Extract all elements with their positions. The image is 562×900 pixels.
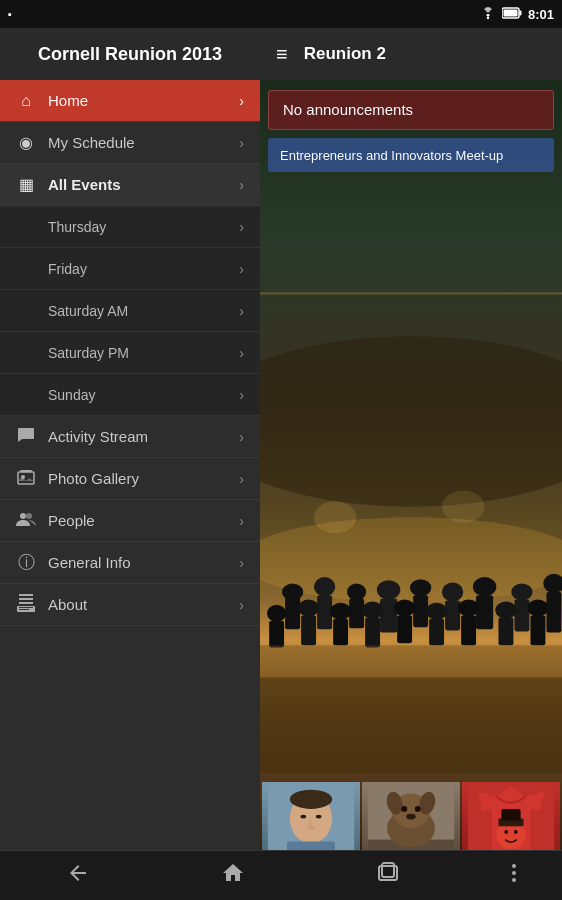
status-time: 8:01: [528, 7, 554, 22]
sidebar-item-thursday[interactable]: Thursday ›: [0, 206, 260, 248]
sidebar-item-saturday-am[interactable]: Saturday AM ›: [0, 290, 260, 332]
svg-point-73: [406, 814, 416, 820]
chat-icon: [16, 427, 36, 447]
svg-rect-26: [380, 598, 397, 632]
svg-rect-48: [429, 619, 444, 646]
more-options-button[interactable]: [511, 861, 517, 890]
svg-rect-38: [269, 621, 284, 648]
svg-rect-50: [461, 615, 476, 645]
sidebar-item-people[interactable]: People ›: [0, 500, 260, 542]
svg-point-41: [330, 603, 351, 620]
svg-rect-52: [498, 618, 513, 646]
sidebar-label-my-schedule: My Schedule: [48, 134, 239, 151]
svg-rect-13: [19, 607, 33, 608]
header-right-title: Reunion 2: [304, 44, 386, 64]
svg-point-0: [487, 17, 489, 19]
sidebar-label-about: About: [48, 596, 239, 613]
svg-point-51: [495, 602, 516, 619]
sidebar-label-sunday: Sunday: [48, 387, 239, 403]
sidebar-item-photo-gallery[interactable]: Photo Gallery ›: [0, 458, 260, 500]
recents-button[interactable]: [356, 853, 420, 899]
sidebar-item-all-events[interactable]: ▦ All Events ›: [0, 164, 260, 206]
status-bar-right: 8:01: [480, 7, 554, 22]
svg-rect-44: [365, 618, 380, 648]
chevron-photo-gallery: ›: [239, 471, 244, 487]
sidebar-label-people: People: [48, 512, 239, 529]
sidebar-item-about[interactable]: About ›: [0, 584, 260, 626]
gallery-icon: [16, 469, 36, 489]
chevron-my-schedule: ›: [239, 135, 244, 151]
svg-point-84: [512, 878, 516, 882]
sidebar-label-saturday-pm: Saturday PM: [48, 345, 239, 361]
svg-point-71: [401, 806, 407, 812]
chevron-saturday-pm: ›: [239, 345, 244, 361]
about-icon: [16, 594, 36, 616]
chevron-friday: ›: [239, 261, 244, 277]
svg-point-82: [512, 864, 516, 868]
svg-rect-46: [397, 615, 412, 643]
svg-rect-40: [301, 615, 316, 645]
svg-point-64: [316, 815, 322, 819]
svg-rect-22: [317, 595, 332, 629]
svg-rect-32: [476, 595, 493, 629]
svg-rect-2: [519, 11, 521, 16]
svg-rect-14: [19, 609, 29, 610]
svg-point-57: [314, 501, 357, 533]
svg-rect-54: [530, 615, 545, 645]
sidebar-item-sunday[interactable]: Sunday ›: [0, 374, 260, 416]
sidebar-item-home[interactable]: ⌂ Home ›: [0, 80, 260, 122]
svg-point-8: [26, 513, 32, 519]
sidebar-item-activity-stream[interactable]: Activity Stream ›: [0, 416, 260, 458]
app-icon: ▪: [8, 8, 12, 20]
svg-point-47: [426, 603, 447, 620]
chevron-sunday: ›: [239, 387, 244, 403]
svg-point-63: [300, 815, 306, 819]
svg-point-83: [512, 871, 516, 875]
chevron-about: ›: [239, 597, 244, 613]
chevron-saturday-am: ›: [239, 303, 244, 319]
svg-point-23: [347, 583, 366, 600]
main-layout: ⌂ Home › ◉ My Schedule › ▦ All Events › …: [0, 80, 562, 880]
svg-rect-36: [546, 592, 561, 633]
svg-rect-30: [445, 601, 460, 631]
svg-rect-11: [19, 602, 33, 604]
calendar-icon: ▦: [16, 175, 36, 194]
svg-rect-9: [19, 594, 33, 596]
chevron-thursday: ›: [239, 219, 244, 235]
battery-icon: [502, 7, 522, 21]
sidebar-item-my-schedule[interactable]: ◉ My Schedule ›: [0, 122, 260, 164]
status-bar: ▪ 8:01: [0, 0, 562, 28]
sidebar-label-thursday: Thursday: [48, 219, 239, 235]
svg-rect-4: [18, 472, 34, 484]
svg-point-49: [458, 599, 479, 616]
hamburger-menu-icon[interactable]: ≡: [276, 43, 288, 66]
svg-rect-42: [333, 619, 348, 646]
svg-point-58: [442, 491, 485, 523]
svg-point-16: [260, 336, 562, 507]
back-button[interactable]: [46, 853, 110, 899]
home-button[interactable]: [201, 853, 265, 899]
sidebar-item-saturday-pm[interactable]: Saturday PM ›: [0, 332, 260, 374]
svg-point-37: [267, 605, 286, 622]
svg-rect-20: [285, 597, 300, 629]
location-icon: ◉: [16, 133, 36, 152]
event-pill-text: Entrepreneurs and Innovators Meet-up: [280, 148, 503, 163]
sidebar-label-activity-stream: Activity Stream: [48, 428, 239, 445]
sidebar-label-saturday-am: Saturday AM: [48, 303, 239, 319]
bottom-nav-bar: [0, 850, 562, 900]
announcement-banner: No announcements: [268, 90, 554, 130]
announcement-text: No announcements: [283, 101, 413, 118]
sidebar-label-general-info: General Info: [48, 554, 239, 571]
svg-rect-24: [349, 598, 364, 628]
sidebar-item-friday[interactable]: Friday ›: [0, 248, 260, 290]
sidebar-item-general-info[interactable]: ⓘ General Info ›: [0, 542, 260, 584]
sidebar-label-photo-gallery: Photo Gallery: [48, 470, 239, 487]
background-illustration: [260, 80, 562, 880]
people-icon: [16, 511, 36, 531]
svg-point-77: [514, 830, 518, 834]
svg-point-72: [415, 806, 421, 812]
event-pill[interactable]: Entrepreneurs and Innovators Meet-up: [268, 138, 554, 172]
svg-rect-28: [413, 595, 428, 627]
svg-point-7: [20, 513, 26, 519]
sidebar-label-home: Home: [48, 92, 239, 109]
